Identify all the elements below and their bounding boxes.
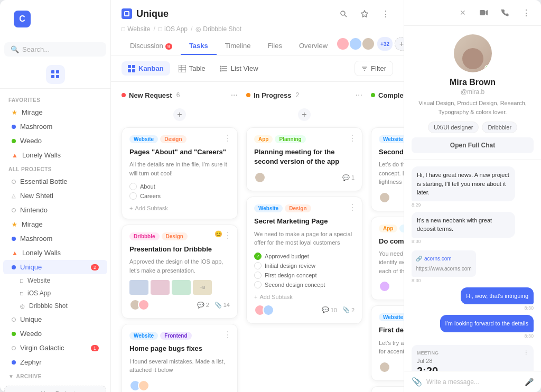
- filter-label: Filter: [371, 64, 386, 72]
- avatar: [138, 299, 150, 311]
- check-item: Second design concept: [254, 281, 355, 288]
- sidebar-item-weedo[interactable]: Weedo: [3, 134, 107, 148]
- list-view-button[interactable]: List View: [214, 61, 265, 76]
- sidebar-item-virgin-galactic[interactable]: Virgin Galactic 1: [3, 341, 107, 355]
- tab-discussion[interactable]: Discussion9: [122, 38, 181, 55]
- sidebar-item-mashroom[interactable]: Mashroom: [3, 119, 107, 134]
- archive-section-title[interactable]: ▼ ARCHIVE: [0, 369, 110, 381]
- sidebar-item-unique[interactable]: Unique 2: [3, 260, 107, 274]
- profile-tag-uxui[interactable]: UX/UI designer: [428, 122, 479, 133]
- microphone-button[interactable]: 🎤: [525, 378, 534, 386]
- sidebar-item-select[interactable]: Unique: [3, 312, 107, 326]
- chat-input-field[interactable]: [426, 378, 520, 386]
- sidebar-item-label: Unique: [20, 315, 42, 323]
- link-preview[interactable]: 🔗acorns.com https://www.acorns.com: [412, 250, 476, 277]
- sidebar-sub-item-ios-app[interactable]: □ iOS App: [3, 287, 107, 300]
- column-add-button[interactable]: +: [371, 106, 404, 123]
- profile-tags: UX/UI designer Dribbbler: [412, 122, 534, 133]
- column-add-button[interactable]: +: [122, 106, 238, 123]
- meeting-more-button[interactable]: ⋮: [524, 350, 528, 356]
- sidebar-item-label: New Shtetl: [20, 192, 53, 200]
- sidebar-sub-item-website[interactable]: □ Website: [3, 274, 107, 287]
- sidebar-item-label: Unique: [20, 263, 42, 271]
- sidebar-item-essential-bottle[interactable]: Essential Bottle: [3, 174, 107, 189]
- card-discuss-tasks[interactable]: Website Planning Let's discuss the tasks…: [371, 386, 404, 392]
- tab-overview[interactable]: Overview: [291, 38, 336, 55]
- search-input[interactable]: 🔍 Search...: [4, 42, 106, 57]
- sidebar-item-label: Virgin Galactic: [20, 344, 64, 352]
- add-subtask-button[interactable]: +Add Subtask: [129, 205, 230, 211]
- team-avatars: +32 +: [336, 37, 404, 55]
- card-more-button[interactable]: ⋮: [348, 133, 357, 143]
- card-thumbnail: [129, 280, 148, 295]
- card-planning-meeting[interactable]: App Planning Planning meeting for the se…: [246, 127, 362, 191]
- sidebar-item-label: Weedo: [20, 137, 42, 145]
- sidebar-item-nintendo[interactable]: Nintendo: [3, 203, 107, 217]
- dot-icon: [12, 318, 16, 322]
- tab-timeline[interactable]: Timeline: [217, 38, 259, 55]
- breadcrumb-dribbble[interactable]: ◎Dribbble Shot: [195, 25, 241, 33]
- column-menu-button[interactable]: ···: [356, 90, 362, 100]
- add-subtask-button[interactable]: +Add Subtask: [254, 294, 355, 300]
- open-full-chat-button[interactable]: Open Full Chat: [412, 137, 534, 153]
- card-first-design[interactable]: Website Design First design concept Let'…: [371, 305, 404, 380]
- filter-button[interactable]: Filter: [355, 61, 393, 76]
- svg-rect-2: [51, 75, 54, 78]
- more-options-button[interactable]: ⋮: [378, 6, 393, 21]
- star-button[interactable]: [357, 6, 372, 21]
- sidebar-item-zephyr[interactable]: Zephyr: [3, 355, 107, 369]
- card-more-button[interactable]: ⋮: [223, 230, 232, 240]
- card-more-button[interactable]: ⋮: [223, 133, 232, 143]
- sidebar-item-lonely-walls2[interactable]: ▲ Lonely Walls: [3, 246, 107, 260]
- column-title: Complete: [378, 91, 404, 99]
- tag-app: App: [254, 135, 273, 143]
- sidebar-item-mashroom2[interactable]: Mashroom: [3, 231, 107, 246]
- project-title-area: Unique: [122, 8, 169, 20]
- check-item: Initial design review: [254, 262, 355, 269]
- chat-messages: Hi, I have great news. A new project is …: [404, 160, 541, 371]
- sidebar-sub-item-dribbble[interactable]: ◎ Dribbble Shot: [3, 300, 107, 312]
- check-circle: [129, 183, 137, 190]
- sidebar-item-lonely-walls[interactable]: ▲ Lonely Walls: [3, 148, 107, 162]
- attach-button[interactable]: 📎: [412, 377, 422, 387]
- close-button[interactable]: ✕: [455, 5, 470, 20]
- card-more-button[interactable]: ⋮: [348, 202, 357, 212]
- card-more-button[interactable]: ⋮: [223, 330, 232, 340]
- badge: 2: [91, 264, 99, 270]
- card-home-page-bugs[interactable]: Website Frontend Home page bugs fixes I …: [122, 324, 238, 392]
- card-dribbble-presentation[interactable]: Dribbble Design ⋮ 😊 Presentation for Dri…: [122, 225, 238, 319]
- check-circle: [254, 272, 262, 279]
- breadcrumb-website[interactable]: □Website: [122, 25, 150, 33]
- sub-icon: □: [20, 278, 23, 284]
- sidebar-item-mirage[interactable]: ★ Mirage: [3, 105, 107, 119]
- column-add-button[interactable]: +: [246, 106, 362, 123]
- sidebar-item-weedo2[interactable]: Weedo: [3, 326, 107, 341]
- card-pages-about[interactable]: Website Design Pages "About" and "Career…: [122, 127, 238, 219]
- svg-point-18: [220, 66, 221, 67]
- add-member-button[interactable]: +: [395, 37, 404, 51]
- card-competitor-analysis[interactable]: App Research Do competitor analysis You …: [371, 217, 404, 301]
- breadcrumb-ios[interactable]: □iOS App: [158, 25, 188, 33]
- card-second-design[interactable]: Website Design Second design concept Let…: [371, 127, 404, 211]
- tab-tasks[interactable]: Tasks: [181, 38, 217, 55]
- phone-button[interactable]: [498, 5, 512, 20]
- tab-files[interactable]: Files: [259, 38, 290, 55]
- nav-grid-icon[interactable]: [46, 65, 65, 84]
- emoji-button[interactable]: 😊: [214, 230, 222, 238]
- search-button[interactable]: [336, 6, 351, 21]
- column-menu-button[interactable]: ···: [231, 90, 238, 100]
- column-complete: Complete 7 ··· + Website Design Second d…: [371, 90, 404, 392]
- table-view-button[interactable]: Table: [172, 61, 212, 76]
- video-call-button[interactable]: [477, 5, 491, 20]
- favorites-section-title: FAVORITES: [0, 93, 110, 105]
- profile-tag-dribbbler[interactable]: Dribbbler: [482, 122, 517, 133]
- sidebar-item-mirage2[interactable]: ★ Mirage: [3, 217, 107, 231]
- column-count: 2: [296, 91, 300, 99]
- kanban-view-button[interactable]: Kanban: [122, 61, 170, 76]
- check-circle: [129, 192, 137, 200]
- card-secret-marketing[interactable]: Website Design Secret Marketing Page We …: [246, 197, 362, 323]
- more-call-options-button[interactable]: ⋮: [519, 5, 534, 20]
- new-project-button[interactable]: + New Project: [4, 386, 106, 392]
- card-desc: I found several mistakes. Made a list, a…: [129, 357, 230, 375]
- sidebar-item-new-shtetl[interactable]: △ New Shtetl: [3, 189, 107, 203]
